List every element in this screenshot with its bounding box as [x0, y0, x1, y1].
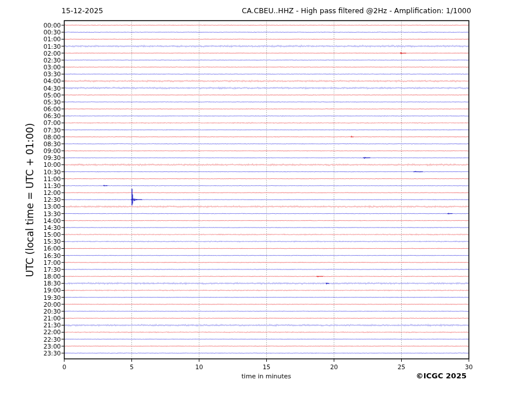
- y-tick-label: 20:00: [23, 301, 61, 308]
- x-axis-label: time in minutes: [209, 373, 324, 380]
- y-tick-label: 22:00: [23, 328, 61, 335]
- x-tick-label: 5: [121, 363, 143, 370]
- y-tick-label: 04:00: [23, 77, 61, 84]
- y-tick-label: 23:30: [23, 350, 61, 357]
- y-tick-label: 23:00: [23, 343, 61, 350]
- y-tick-label: 01:00: [23, 36, 61, 42]
- y-tick-label: 08:00: [23, 134, 61, 140]
- x-tick-label: 15: [255, 363, 278, 370]
- x-tick-label: 10: [188, 363, 211, 370]
- y-tick-label: 15:00: [23, 231, 61, 238]
- y-tick-label: 14:00: [23, 217, 61, 224]
- y-tick-label: 00:00: [23, 22, 61, 29]
- y-tick-label: 03:30: [23, 71, 61, 77]
- y-tick-label: 07:00: [23, 119, 61, 126]
- y-tick-label: 06:30: [23, 112, 61, 119]
- y-tick-label: 11:00: [23, 175, 61, 182]
- y-tick-label: 18:00: [23, 273, 61, 280]
- y-tick-label: 19:30: [23, 294, 61, 301]
- y-tick-label: 13:30: [23, 210, 61, 217]
- y-tick-label: 16:30: [23, 252, 61, 259]
- y-tick-label: 22:30: [23, 336, 61, 343]
- y-tick-label: 09:00: [23, 147, 61, 154]
- y-tick-label: 04:30: [23, 85, 61, 92]
- y-tick-label: 13:00: [23, 203, 61, 210]
- y-tick-label: 17:00: [23, 259, 61, 266]
- y-tick-label: 10:00: [23, 161, 61, 168]
- y-tick-label: 18:30: [23, 280, 61, 287]
- plot-title: CA.CBEU..HHZ - High pass filtered @2Hz -…: [242, 6, 471, 15]
- y-tick-label: 00:30: [23, 29, 61, 36]
- y-tick-label: 14:30: [23, 224, 61, 231]
- x-tick-label: 25: [390, 363, 413, 370]
- y-tick-label: 19:00: [23, 287, 61, 294]
- y-tick-label: 11:30: [23, 182, 61, 189]
- y-tick-label: 12:00: [23, 189, 61, 196]
- y-tick-label: 06:00: [23, 105, 61, 112]
- y-tick-label: 03:00: [23, 64, 61, 71]
- y-tick-label: 02:00: [23, 50, 61, 57]
- y-tick-label: 10:30: [23, 169, 61, 175]
- y-tick-label: 05:30: [23, 99, 61, 105]
- helicorder-figure: 15-12-2025 CA.CBEU..HHZ - High pass filt…: [0, 0, 532, 399]
- y-tick-label: 07:30: [23, 127, 61, 134]
- y-tick-label: 02:30: [23, 57, 61, 64]
- y-tick-label: 20:30: [23, 308, 61, 315]
- x-tick-label: 30: [457, 363, 480, 370]
- copyright-credit: ©ICGC 2025: [416, 371, 467, 380]
- y-tick-label: 21:30: [23, 322, 61, 328]
- y-tick-label: 08:30: [23, 140, 61, 147]
- helicorder-canvas: [0, 0, 532, 399]
- y-tick-label: 01:30: [23, 43, 61, 50]
- x-tick-label: 0: [53, 363, 76, 370]
- y-tick-label: 21:00: [23, 315, 61, 322]
- y-tick-label: 12:30: [23, 196, 61, 203]
- y-tick-label: 17:30: [23, 266, 61, 273]
- y-tick-label: 05:00: [23, 92, 61, 99]
- x-tick-label: 20: [323, 363, 345, 370]
- y-tick-label: 09:30: [23, 154, 61, 161]
- plot-date: 15-12-2025: [61, 6, 103, 15]
- y-tick-label: 16:00: [23, 245, 61, 252]
- y-tick-label: 15:30: [23, 238, 61, 245]
